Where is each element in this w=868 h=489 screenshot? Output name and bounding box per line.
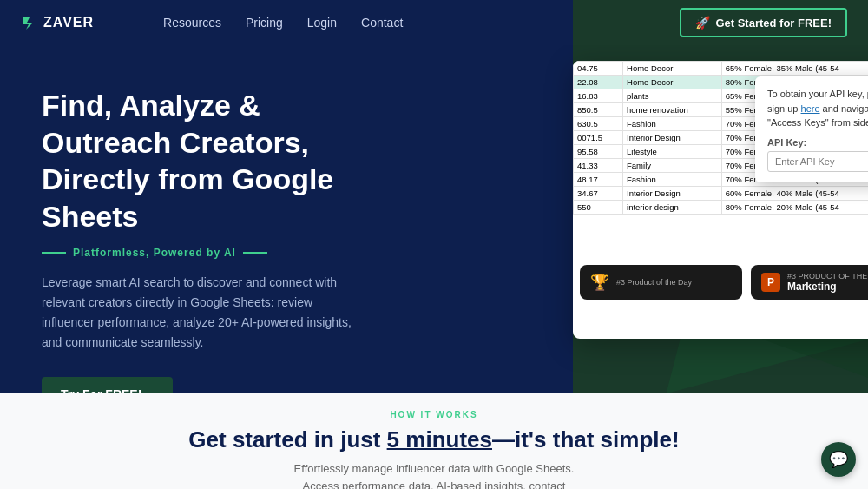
hero-left: Find, Analyze & Outreach Creators, Direc… (0, 45, 573, 393)
chat-bubble[interactable]: 💬 (821, 442, 856, 477)
bottom-title-after: —it's that simple! (492, 426, 680, 453)
cell-engagement: 34.67 (574, 187, 623, 201)
bottom-title-underline: 5 minutes (387, 426, 492, 453)
cell-audience: 65% Female, 35% Male (45-54 (721, 62, 868, 76)
api-description: To obtain your API key, please sign up h… (767, 87, 868, 130)
badge-week-title: Marketing (787, 281, 868, 293)
cell-engagement: 850.5 (574, 103, 623, 117)
cell-engagement: 41.33 (574, 159, 623, 173)
bottom-subtitle: Effortlessly manage influencer data with… (294, 460, 575, 489)
badge-day: 🏆 #3 Product of the Day (580, 265, 742, 300)
hero-description: Leverage smart AI search to discover and… (42, 273, 354, 353)
table-row: 550 interior design 80% Female, 20% Male… (574, 201, 869, 215)
cell-engagement: 550 (574, 201, 623, 215)
bottom-title: Get started in just 5 minutes—it's that … (188, 426, 679, 453)
bottom-subtitle-1: Effortlessly manage influencer data with… (294, 460, 575, 478)
table-row: 04.75 Home Decor 65% Female, 35% Male (4… (574, 62, 869, 76)
hero-tagline: Platformless, Powered by AI (42, 247, 267, 259)
cell-category: plants (623, 89, 722, 103)
nav-links: Resources Pricing Login Contact (163, 16, 403, 30)
tagline-line-left (42, 252, 66, 254)
badge-day-text: #3 Product of the Day (616, 278, 692, 287)
cell-category: home renovation (623, 103, 722, 117)
cell-category: interior design (623, 201, 722, 215)
api-here-link[interactable]: here (801, 103, 820, 114)
nav-pricing[interactable]: Pricing (246, 16, 283, 30)
badge-day-rank: #3 Product of the Day (616, 278, 692, 287)
cell-audience: 80% Female, 20% Male (45-54 (721, 201, 868, 215)
cell-category: Fashion (623, 173, 722, 187)
badge-row: 🏆 #3 Product of the Day P #3 PRODUCT OF … (573, 265, 868, 300)
logo-text: ZAVER (43, 15, 94, 30)
cell-engagement: 16.83 (574, 89, 623, 103)
cell-category: Interior Design (623, 131, 722, 145)
cell-category: Family (623, 159, 722, 173)
bottom-subtitle-2: Access performance data, AI-based insigh… (294, 478, 575, 490)
bottom-section: HOW IT WORKS Get started in just 5 minut… (0, 393, 868, 489)
cell-engagement: 0071.5 (574, 131, 623, 145)
navbar-left: ZAVER Resources Pricing Login Contact (0, 0, 573, 45)
badge-week-text: #3 PRODUCT OF THE WEEK Marketing (787, 272, 868, 293)
logo-icon (21, 14, 38, 31)
cell-category: Lifestyle (623, 145, 722, 159)
cell-engagement: 04.75 (574, 62, 623, 76)
navbar-right: 🚀 Get Started for FREE! (573, 0, 868, 45)
rocket-icon: 🚀 (695, 16, 710, 30)
cell-category: Home Decor (623, 62, 722, 76)
nav-login[interactable]: Login (307, 16, 337, 30)
badge-day-icon: 🏆 (590, 273, 609, 292)
logo[interactable]: ZAVER (21, 14, 94, 31)
table-row: 34.67 Interior Design 60% Female, 40% Ma… (574, 187, 869, 201)
tagline-text: Platformless, Powered by AI (73, 247, 236, 259)
cell-category: Fashion (623, 117, 722, 131)
how-it-works-label: HOW IT WORKS (390, 410, 477, 420)
cell-engagement: 48.17 (574, 173, 623, 187)
badge-p-icon: P (761, 273, 780, 292)
api-key-input[interactable] (767, 151, 868, 172)
cell-category: Interior Design (623, 187, 722, 201)
tagline-line-right (243, 252, 267, 254)
cell-audience: 60% Female, 40% Male (45-54 (721, 187, 868, 201)
cell-engagement: 630.5 (574, 117, 623, 131)
bottom-title-before: Get started in just (188, 426, 386, 453)
hero-title: Find, Analyze & Outreach Creators, Direc… (42, 87, 372, 235)
api-key-panel: To obtain your API key, please sign up h… (755, 76, 868, 182)
api-key-label: API Key: (767, 137, 868, 148)
cell-engagement: 95.58 (574, 145, 623, 159)
badge-week: P #3 PRODUCT OF THE WEEK Marketing (751, 265, 868, 300)
cell-engagement: 22.08 (574, 76, 623, 89)
cell-category: Home Decor (623, 76, 722, 89)
badge-week-rank: #3 PRODUCT OF THE WEEK (787, 272, 868, 281)
nav-contact[interactable]: Contact (361, 16, 403, 30)
get-started-button[interactable]: 🚀 Get Started for FREE! (680, 8, 847, 37)
chat-icon: 💬 (829, 450, 848, 469)
nav-resources[interactable]: Resources (163, 16, 221, 30)
